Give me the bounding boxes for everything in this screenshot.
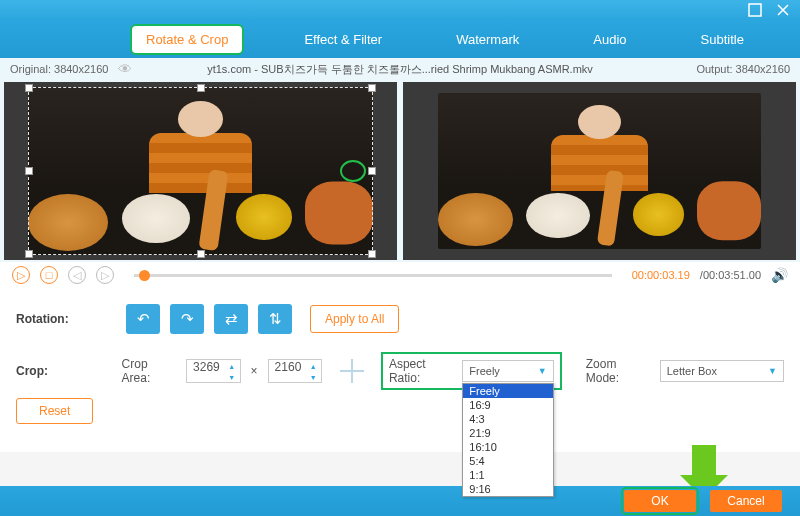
zoom-mode-select[interactable]: Letter Box▼ [660,360,784,382]
titlebar [0,0,800,20]
tab-bar: Rotate & Crop Effect & Filter Watermark … [0,20,800,58]
aspect-ratio-dropdown[interactable]: Freely 16:9 4:3 21:9 16:10 5:4 1:1 9:16 [462,383,553,497]
preview-row [0,80,800,262]
aspect-option-1-1[interactable]: 1:1 [463,468,552,482]
crop-area-label: Crop Area: [122,357,177,385]
output-dimensions: Output: 3840x2160 [696,63,790,75]
volume-icon[interactable]: 🔊 [771,267,788,283]
seek-slider[interactable] [134,274,612,277]
tab-subtitle[interactable]: Subtitle [687,26,758,53]
next-button[interactable]: ▷ [96,266,114,284]
source-panel[interactable] [4,82,397,260]
tab-watermark[interactable]: Watermark [442,26,533,53]
crop-width-input[interactable]: 3269▲▼ [186,359,241,383]
close-icon[interactable] [776,3,790,17]
footer: OK Cancel [0,486,800,516]
minimize-icon[interactable] [748,3,762,17]
aspect-option-4-3[interactable]: 4:3 [463,412,552,426]
crosshair-icon[interactable] [340,359,363,383]
cancel-button[interactable]: Cancel [710,490,782,512]
aspect-ratio-group: Aspect Ratio: Freely▼ Freely 16:9 4:3 21… [381,352,562,390]
stop-button[interactable]: □ [40,266,58,284]
aspect-option-16-10[interactable]: 16:10 [463,440,552,454]
time-total: /00:03:51.00 [700,269,761,281]
times-symbol: × [251,364,258,378]
tab-rotate-crop[interactable]: Rotate & Crop [130,24,244,55]
highlight-oval [340,160,366,182]
reset-button[interactable]: Reset [16,398,93,424]
aspect-option-16-9[interactable]: 16:9 [463,398,552,412]
aspect-option-5-4[interactable]: 5:4 [463,454,552,468]
flip-vertical-button[interactable]: ⇅ [258,304,292,334]
info-bar: Original: 3840x2160 👁 yt1s.com - SUB치즈가득… [0,58,800,80]
apply-all-button[interactable]: Apply to All [310,305,399,333]
ok-button[interactable]: OK [624,490,696,512]
crop-box[interactable] [28,87,374,254]
crop-label: Crop: [16,364,83,378]
aspect-ratio-select[interactable]: Freely▼ Freely 16:9 4:3 21:9 16:10 5:4 1… [462,360,553,382]
controls-area: Rotation: ↶ ↷ ⇄ ⇅ Apply to All Crop: Cro… [0,288,800,452]
tab-effect-filter[interactable]: Effect & Filter [290,26,396,53]
rotation-label: Rotation: [16,312,86,326]
aspect-option-9-16[interactable]: 9:16 [463,482,552,496]
chevron-down-icon: ▼ [768,366,777,376]
flip-horizontal-button[interactable]: ⇄ [214,304,248,334]
prev-button[interactable]: ◁ [68,266,86,284]
crop-height-input[interactable]: 2160▲▼ [268,359,323,383]
play-button[interactable]: ▷ [12,266,30,284]
zoom-mode-label: Zoom Mode: [586,357,650,385]
transport-bar: ▷ □ ◁ ▷ 00:00:03.19/00:03:51.00 🔊 [0,262,800,288]
output-video [438,93,760,250]
svg-rect-0 [749,4,761,16]
aspect-option-21-9[interactable]: 21:9 [463,426,552,440]
time-current: 00:00:03.19 [632,269,690,281]
filename: yt1s.com - SUB치즈가득 두툼한 치즈롤까스...ried Shri… [207,62,593,77]
aspect-option-freely[interactable]: Freely [463,384,552,398]
output-panel [403,82,796,260]
original-dimensions: Original: 3840x2160 [10,63,108,75]
rotate-right-button[interactable]: ↷ [170,304,204,334]
eye-icon[interactable]: 👁 [118,61,132,77]
aspect-ratio-label: Aspect Ratio: [389,357,456,385]
rotate-left-button[interactable]: ↶ [126,304,160,334]
tab-audio[interactable]: Audio [579,26,640,53]
chevron-down-icon: ▼ [538,366,547,376]
